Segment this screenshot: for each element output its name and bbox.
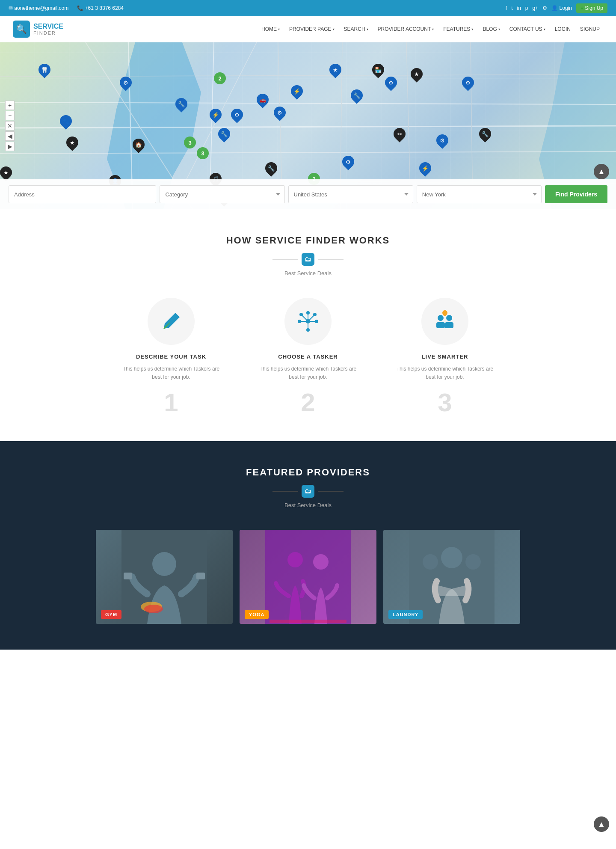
map-pin-20[interactable]: ⚙ xyxy=(342,156,354,170)
map-pin-4[interactable]: ⚙ xyxy=(120,77,132,91)
nav-blog[interactable]: BLOG ▾ xyxy=(479,24,503,35)
svg-point-47 xyxy=(465,554,481,570)
nav-login[interactable]: LOGIN xyxy=(551,24,574,35)
divider-icon: 🗂 xyxy=(302,253,314,266)
reset-button[interactable]: ✕ xyxy=(5,121,15,131)
scroll-top-button-map[interactable]: ▲ xyxy=(594,164,609,179)
map-pin-19[interactable]: ⚙ xyxy=(385,77,397,91)
zoom-in-button[interactable]: + xyxy=(5,101,15,110)
how-icon-1 xyxy=(148,298,195,345)
zoom-out-button[interactable]: − xyxy=(5,111,15,120)
nav-home[interactable]: HOME ▾ xyxy=(258,24,283,35)
featured-divider-icon: 🗂 xyxy=(302,485,314,498)
map-pin-13[interactable]: 🚗 xyxy=(257,94,269,108)
featured-divider-right xyxy=(318,491,344,492)
how-card-number-3: 3 xyxy=(394,390,496,416)
svg-line-1 xyxy=(0,102,616,104)
logo-service: SERVICE xyxy=(33,23,63,30)
map-pin-green-2[interactable]: 3 xyxy=(184,137,196,151)
svg-line-2 xyxy=(0,151,616,154)
map-pin-16[interactable]: 🔧 xyxy=(265,162,277,177)
map-pin-15[interactable]: ⚡ xyxy=(291,85,303,100)
how-card-title-1: DESCRIBE YOUR TASK xyxy=(120,353,222,360)
gplus-icon[interactable]: g+ xyxy=(533,5,539,11)
how-subtitle: Best Service Deals xyxy=(17,270,599,276)
provider-card-yoga[interactable]: YOGA xyxy=(240,530,376,624)
map-pin-green-3[interactable]: 3 xyxy=(197,147,209,162)
map-pin-9[interactable]: 🔧 xyxy=(218,128,230,142)
how-card-3: LIVE SMARTER This helps us determine whi… xyxy=(394,298,496,416)
nav-provider-account[interactable]: PROVIDER ACCOUNT ▾ xyxy=(374,24,438,35)
svg-point-42 xyxy=(287,552,303,567)
map-pin-14[interactable]: ⚙ xyxy=(274,107,286,121)
facebook-icon[interactable]: f xyxy=(506,5,507,11)
divider-line-left xyxy=(272,259,298,260)
map-pin-7[interactable]: ★ xyxy=(0,166,12,181)
top-bar: ✉ aonetheme@gmail.com 📞 +61 3 8376 6284 … xyxy=(0,0,616,16)
map-pin-17[interactable]: ★ xyxy=(329,64,341,78)
main-nav: HOME ▾ PROVIDER PAGE ▾ SEARCH ▾ PROVIDER… xyxy=(258,24,603,35)
logo[interactable]: 🔍 SERVICE FINDER xyxy=(13,21,63,38)
map-pin-18[interactable]: 🔧 xyxy=(351,89,363,104)
map-pin-23[interactable]: ⚙ xyxy=(436,134,448,149)
rss-icon[interactable]: ⚙ xyxy=(542,5,547,11)
pinterest-icon[interactable]: p xyxy=(525,5,528,11)
address-input[interactable] xyxy=(9,185,156,203)
svg-line-0 xyxy=(0,126,616,128)
svg-line-26 xyxy=(308,315,315,321)
nav-search[interactable]: SEARCH ▾ xyxy=(341,24,372,35)
gym-badge: GYM xyxy=(101,610,121,619)
svg-rect-41 xyxy=(265,530,351,624)
map-pin-21[interactable]: 🏪 xyxy=(372,64,384,78)
featured-divider-left xyxy=(272,491,298,492)
state-select[interactable]: New York xyxy=(417,185,542,203)
twitter-icon[interactable]: t xyxy=(511,5,512,11)
find-providers-button[interactable]: Find Providers xyxy=(545,185,607,203)
map-pin-27[interactable]: 🔧 xyxy=(479,128,491,142)
provider-card-laundry[interactable]: LAUNDRY xyxy=(383,530,520,624)
nav-contact[interactable]: CONTACT US ▾ xyxy=(506,24,549,35)
country-select[interactable]: United States xyxy=(288,185,413,203)
search-caret: ▾ xyxy=(367,27,368,31)
map-pin-8[interactable]: ⚡ xyxy=(210,109,222,123)
how-card-1: DESCRIBE YOUR TASK This helps us determi… xyxy=(120,298,222,416)
svg-point-48 xyxy=(423,554,438,570)
map-pin-3[interactable]: ★ xyxy=(66,137,78,151)
map-pin-25[interactable]: ⚡ xyxy=(419,162,431,177)
map-pin-green-1[interactable]: 2 xyxy=(214,72,226,87)
map-pin-22[interactable]: ★ xyxy=(411,68,423,83)
svg-point-46 xyxy=(441,547,462,568)
map-pin-5[interactable]: 🏠 xyxy=(133,139,145,153)
map-pin-6[interactable]: 🔧 xyxy=(175,98,187,113)
nav-features[interactable]: FEATURES ▾ xyxy=(440,24,477,35)
linkedin-icon[interactable]: in xyxy=(517,5,521,11)
svg-point-29 xyxy=(446,315,452,321)
laundry-badge: LAUNDRY xyxy=(388,610,423,619)
pan-right-button[interactable]: ▶ xyxy=(5,142,15,151)
svg-point-43 xyxy=(313,554,329,570)
nav-provider-page[interactable]: PROVIDER PAGE ▾ xyxy=(286,24,338,35)
login-link[interactable]: 👤 Login xyxy=(551,5,572,11)
how-card-number-1: 1 xyxy=(120,390,222,416)
map-pin-10[interactable]: ⚙ xyxy=(231,109,243,123)
category-select[interactable]: Category xyxy=(160,185,284,203)
map-pin-1[interactable]: 🦷 xyxy=(38,64,50,78)
svg-rect-37 xyxy=(124,573,132,579)
featured-section: FEATURED PROVIDERS 🗂 Best Service Deals xyxy=(0,441,616,650)
svg-point-36 xyxy=(152,552,176,576)
how-title: HOW SERVICE FINDER WORKS xyxy=(17,235,599,246)
map-pin-24[interactable]: ✂ xyxy=(394,128,406,142)
search-bar: Category United States New York Find Pro… xyxy=(0,179,616,209)
top-bar-right: f t in p g+ ⚙ 👤 Login + Sign Up xyxy=(506,3,607,13)
featured-subtitle: Best Service Deals xyxy=(17,502,599,508)
nav-signup[interactable]: SIGNUP xyxy=(577,24,603,35)
yoga-badge: YOGA xyxy=(245,610,269,619)
provider-card-gym[interactable]: GYM xyxy=(96,530,233,624)
signup-link[interactable]: + Sign Up xyxy=(576,3,607,13)
map-pin-2[interactable]: 🐾 xyxy=(60,115,72,130)
svg-rect-30 xyxy=(445,322,453,328)
pan-left-button[interactable]: ◀ xyxy=(5,131,15,141)
top-bar-left: ✉ aonetheme@gmail.com 📞 +61 3 8376 6284 xyxy=(9,5,124,11)
svg-point-27 xyxy=(438,315,444,321)
map-pin-26[interactable]: ⚙ xyxy=(462,77,474,91)
